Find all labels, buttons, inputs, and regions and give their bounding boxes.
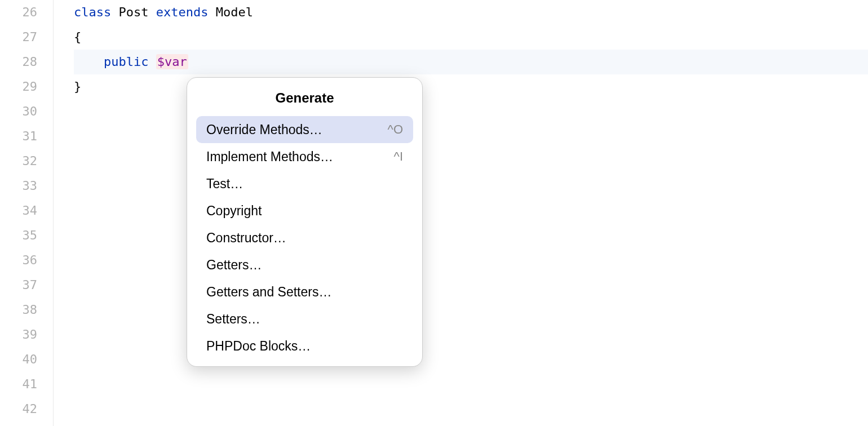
line-number: 35 — [0, 223, 37, 248]
popup-item-label: Setters… — [206, 311, 260, 327]
line-number: 42 — [0, 397, 37, 421]
popup-item-implement-methods[interactable]: Implement Methods… ^I — [196, 143, 413, 170]
popup-item-label: Implement Methods… — [206, 149, 333, 165]
popup-item-phpdoc-blocks[interactable]: PHPDoc Blocks… — [196, 332, 413, 360]
brace-open: { — [74, 30, 81, 44]
popup-item-constructor[interactable]: Constructor… — [196, 224, 413, 251]
editor-container: 26 27 28 29 30 31 32 33 34 35 36 37 38 3… — [0, 0, 868, 426]
popup-item-label: Override Methods… — [206, 122, 322, 137]
line-number: 28 — [0, 50, 37, 74]
line-number: 32 — [0, 149, 37, 174]
line-number: 31 — [0, 124, 37, 149]
line-number: 26 — [0, 0, 37, 25]
line-number: 34 — [0, 198, 37, 223]
popup-item-label: Getters and Setters… — [206, 284, 331, 300]
line-number: 41 — [0, 372, 37, 397]
brace-close: } — [74, 79, 81, 94]
line-number: 36 — [0, 248, 37, 273]
gutter: 26 27 28 29 30 31 32 33 34 35 36 37 38 3… — [0, 0, 54, 426]
popup-item-shortcut: ^I — [394, 149, 403, 165]
line-number: 29 — [0, 74, 37, 99]
code-line[interactable]: class Post extends Model — [74, 0, 868, 25]
popup-item-label: Test… — [206, 176, 243, 192]
keyword-extends: extends — [156, 5, 209, 19]
popup-item-override-methods[interactable]: Override Methods… ^O — [196, 116, 413, 143]
line-number: 39 — [0, 322, 37, 347]
line-number: 33 — [0, 174, 37, 198]
generate-popup: Generate Override Methods… ^O Implement … — [187, 77, 423, 367]
line-number: 40 — [0, 347, 37, 372]
code-line-current[interactable]: public $var — [74, 50, 868, 74]
line-number: 37 — [0, 273, 37, 298]
parent-class: Model — [216, 5, 253, 19]
keyword-public: public — [104, 55, 148, 69]
code-line[interactable]: { — [74, 25, 868, 50]
popup-item-test[interactable]: Test… — [196, 170, 413, 197]
popup-item-label: Copyright — [206, 203, 262, 219]
popup-item-getters-setters[interactable]: Getters and Setters… — [196, 278, 413, 305]
popup-item-label: Getters… — [206, 257, 262, 273]
popup-title: Generate — [187, 78, 422, 116]
variable: $var — [156, 54, 188, 69]
popup-item-label: Constructor… — [206, 230, 286, 246]
code-area[interactable]: class Post extends Model { public $var } — [54, 0, 868, 426]
popup-item-label: PHPDoc Blocks… — [206, 338, 311, 354]
keyword-class: class — [74, 5, 111, 19]
line-number: 30 — [0, 99, 37, 124]
line-number: 27 — [0, 25, 37, 50]
code-line[interactable] — [74, 397, 868, 421]
code-line[interactable] — [74, 372, 868, 397]
popup-item-setters[interactable]: Setters… — [196, 305, 413, 332]
popup-item-copyright[interactable]: Copyright — [196, 197, 413, 224]
class-name: Post — [118, 5, 148, 19]
line-number: 38 — [0, 298, 37, 322]
popup-item-getters[interactable]: Getters… — [196, 251, 413, 278]
popup-list: Override Methods… ^O Implement Methods… … — [187, 116, 422, 360]
popup-item-shortcut: ^O — [388, 122, 403, 137]
